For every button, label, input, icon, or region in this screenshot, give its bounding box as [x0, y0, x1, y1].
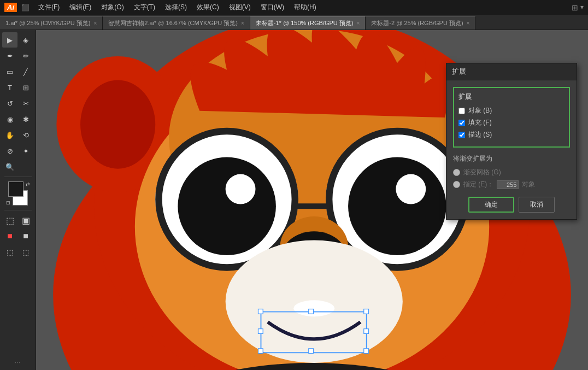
- tab-2-label: 智慧网吉祥物2.ai* @ 16.67% (CMYK/GPU 预览): [108, 19, 238, 27]
- hand-tool[interactable]: ✋: [2, 127, 17, 143]
- svg-rect-21: [258, 309, 263, 314]
- specify-after-label: 对象: [522, 180, 535, 189]
- expand-section-label: 扩展: [458, 92, 565, 102]
- checkbox-stroke-row: 描边 (S): [458, 130, 565, 139]
- svg-rect-25: [309, 309, 314, 314]
- rotate-tool[interactable]: ↺: [2, 96, 17, 111]
- svg-point-4: [80, 80, 155, 169]
- menu-bar: 文件(F) 编辑(E) 对象(O) 文字(T) 选择(S) 效果(C) 视图(V…: [34, 2, 321, 13]
- foreground-color[interactable]: [8, 181, 23, 197]
- svg-point-19: [293, 300, 334, 316]
- specify-value-input[interactable]: [497, 180, 519, 189]
- gradient-section-label: 将渐变扩展为: [453, 154, 570, 163]
- menu-object[interactable]: 对象(O): [97, 2, 128, 13]
- dialog-title: 扩展: [446, 63, 577, 80]
- toolbar-divider-2: [4, 210, 32, 210]
- checkbox-fill[interactable]: [458, 120, 465, 126]
- pencil-tool[interactable]: ✏: [18, 48, 33, 63]
- grid-tool[interactable]: ⊞: [18, 80, 33, 95]
- select-tool[interactable]: ▶: [2, 32, 17, 48]
- menu-select[interactable]: 选择(S): [161, 2, 191, 13]
- expand-dialog: 扩展 扩展 对象 (B) 填充 (F) 描边 (: [446, 63, 577, 220]
- tab-4-label: 未标题-2 @ 25% (RGB/GPU 预览): [371, 19, 463, 27]
- direct-select-tool[interactable]: ◈: [18, 32, 33, 48]
- app-logo: Ai: [4, 3, 17, 12]
- tab-bar: 1.ai* @ 25% (CMYK/GPU 预览) × 智慧网吉祥物2.ai* …: [0, 15, 588, 30]
- radio-specify-row: 指定 (E)： 对象: [453, 180, 570, 189]
- menu-window[interactable]: 窗口(W): [256, 2, 289, 13]
- tab-3-close[interactable]: ×: [357, 20, 360, 26]
- rotate2-tool[interactable]: ⟲: [18, 127, 33, 143]
- radio-mesh-label: 渐变网格 (G): [463, 168, 501, 177]
- svg-rect-26: [309, 349, 314, 354]
- checkbox-object-row: 对象 (B): [458, 106, 565, 115]
- menu-help[interactable]: 帮助(H): [290, 2, 321, 13]
- radio-specify[interactable]: [453, 181, 460, 188]
- titlebar-controls: ⊞ ▾: [572, 3, 584, 12]
- checkbox-stroke-label: 描边 (S): [468, 130, 492, 139]
- checkbox-stroke[interactable]: [458, 132, 465, 138]
- checkbox-object[interactable]: [458, 108, 465, 114]
- reset-colors-icon[interactable]: ⊡: [6, 200, 10, 205]
- menu-view[interactable]: 视图(V): [225, 2, 255, 13]
- toolbar: ▶ ◈ ✒ ✏ ▭ ╱ T ⊞ ↺ ✂ ◉ ✱ ✋ ⟲ ⊘ ✦: [0, 30, 36, 370]
- tab-3-label: 未标题-1* @ 150% (RGB/GPU 预览): [256, 19, 354, 27]
- radio-specify-label: 指定 (E)：: [463, 180, 493, 189]
- tab-1-close[interactable]: ×: [93, 20, 97, 26]
- menu-file[interactable]: 文件(F): [34, 2, 64, 13]
- checkbox-fill-row: 填充 (F): [458, 118, 565, 127]
- dialog-buttons: 确定 取消: [453, 197, 570, 213]
- scissors-tool[interactable]: ✂: [18, 96, 33, 111]
- tab-3[interactable]: 未标题-1* @ 150% (RGB/GPU 预览) ×: [250, 16, 366, 30]
- line-tool[interactable]: ╱: [18, 64, 33, 79]
- cancel-button[interactable]: 取消: [519, 197, 555, 213]
- swap-colors-icon[interactable]: ⇄: [26, 181, 30, 187]
- checkbox-object-label: 对象 (B): [468, 106, 492, 115]
- symbol-tool[interactable]: ✦: [18, 143, 33, 158]
- color-selector[interactable]: ⇄ ⊡: [6, 181, 30, 205]
- svg-rect-28: [364, 329, 369, 334]
- confirm-button[interactable]: 确定: [468, 197, 514, 213]
- rectangle-tool[interactable]: ▭: [2, 64, 17, 79]
- svg-point-14: [226, 174, 256, 204]
- fill-gradient[interactable]: ■: [2, 228, 17, 244]
- radio-mesh-row: 渐变网格 (G): [453, 168, 570, 177]
- fill-none[interactable]: ⬚: [2, 213, 17, 228]
- tab-2[interactable]: 智慧网吉祥物2.ai* @ 16.67% (CMYK/GPU 预览) ×: [103, 16, 250, 30]
- svg-point-12: [178, 157, 276, 255]
- fill-color[interactable]: ▣: [18, 213, 33, 228]
- checkbox-fill-label: 填充 (F): [468, 118, 492, 127]
- tab-4[interactable]: 未标题-2 @ 25% (RGB/GPU 预览) ×: [366, 16, 475, 30]
- grid-icon[interactable]: ⊞: [572, 3, 578, 12]
- menu-edit[interactable]: 编辑(E): [65, 2, 96, 13]
- star-tool[interactable]: ✱: [18, 111, 33, 127]
- text-tool[interactable]: T: [2, 80, 17, 95]
- more-tools[interactable]: ···: [13, 357, 23, 368]
- blend-tool[interactable]: ◉: [2, 111, 17, 127]
- tab-1[interactable]: 1.ai* @ 25% (CMYK/GPU 预览) ×: [0, 16, 103, 30]
- tab-4-close[interactable]: ×: [467, 20, 470, 26]
- slice-tool[interactable]: ⊘: [2, 143, 17, 158]
- empty-tool: [18, 159, 33, 174]
- mask-tool[interactable]: ⬚: [2, 244, 17, 260]
- pen-tool[interactable]: ✒: [2, 48, 17, 63]
- tab-1-label: 1.ai* @ 25% (CMYK/GPU 预览): [5, 19, 90, 27]
- svg-rect-24: [364, 349, 369, 354]
- toolbar-divider-1: [4, 177, 32, 177]
- menu-effect[interactable]: 效果(C): [192, 2, 224, 13]
- radio-mesh[interactable]: [453, 169, 460, 176]
- dropdown-icon[interactable]: ▾: [580, 3, 584, 12]
- svg-point-13: [348, 157, 446, 255]
- svg-point-15: [396, 174, 426, 204]
- artboard-tool[interactable]: ⬚: [18, 244, 33, 260]
- titlebar: Ai ⬛ 文件(F) 编辑(E) 对象(O) 文字(T) 选择(S) 效果(C)…: [0, 0, 588, 15]
- tab-2-close[interactable]: ×: [241, 20, 244, 26]
- stroke-black[interactable]: ■: [18, 228, 33, 244]
- zoom-tool[interactable]: 🔍: [2, 159, 17, 174]
- menu-text[interactable]: 文字(T): [130, 2, 160, 13]
- title-icon: ⬛: [21, 4, 30, 11]
- svg-rect-23: [258, 349, 263, 354]
- svg-rect-22: [364, 309, 369, 314]
- canvas-area[interactable]: 扩展 扩展 对象 (B) 填充 (F) 描边 (: [36, 30, 588, 370]
- svg-rect-27: [258, 329, 263, 334]
